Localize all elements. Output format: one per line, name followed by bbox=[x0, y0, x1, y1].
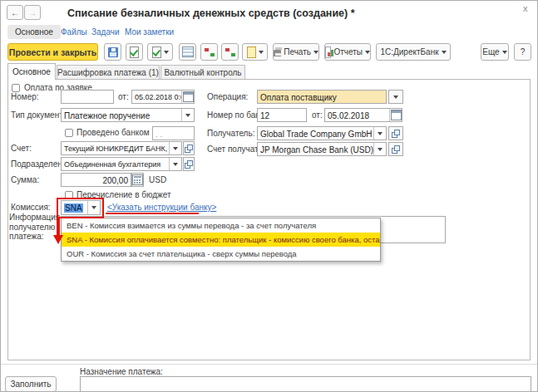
chevron-down-icon bbox=[378, 132, 383, 135]
back-button[interactable]: ← bbox=[7, 5, 23, 20]
tab-payment-details-label: Расшифровка платежа (1) bbox=[57, 68, 159, 77]
commission-label: Комиссия: bbox=[11, 203, 51, 212]
print-button[interactable]: Печать bbox=[273, 43, 319, 61]
payee-info-label: Информация получателю платежа: bbox=[9, 213, 59, 242]
reports-label: Отчеты bbox=[333, 47, 363, 56]
attached-files-button[interactable] bbox=[242, 43, 268, 61]
account-open-button[interactable] bbox=[183, 141, 195, 155]
attached-files-icon bbox=[247, 47, 256, 58]
document-register-icon bbox=[182, 47, 194, 57]
nav-link-files[interactable]: Файлы bbox=[61, 27, 87, 37]
report-icon bbox=[325, 47, 331, 58]
payee-account-select[interactable]: JP Morgan Chase Bank (USD) bbox=[257, 142, 387, 156]
chevron-down-icon bbox=[173, 147, 178, 150]
tab-currency-control-label: Валютный контроль bbox=[164, 68, 241, 77]
save-button[interactable] bbox=[104, 43, 121, 61]
payee-dropdown-button[interactable] bbox=[373, 127, 386, 140]
amount-input[interactable]: 200,00 bbox=[61, 173, 131, 187]
open-icon bbox=[392, 145, 400, 154]
directbank-button[interactable]: 1С:ДиректБанк bbox=[376, 43, 451, 61]
movements-button[interactable] bbox=[200, 43, 218, 61]
nav-tab-main-label: Основное bbox=[15, 27, 53, 37]
post-and-close-button[interactable]: Провести и закрыть bbox=[7, 43, 98, 61]
fill-button[interactable]: Заполнить bbox=[5, 376, 57, 392]
commission-dropdown-list: BEN - Комиссия взимается из суммы перево… bbox=[61, 218, 381, 262]
department-dropdown-button[interactable] bbox=[169, 158, 181, 170]
bank-posted-label: Проведено банком bbox=[77, 128, 150, 137]
payee-account-open-button[interactable] bbox=[388, 142, 403, 156]
nav-tab-main[interactable]: Основное bbox=[7, 25, 61, 39]
payee-open-button[interactable] bbox=[388, 126, 403, 140]
nav-link-tasks[interactable]: Задачи bbox=[91, 27, 120, 37]
payee-account-value: JP Morgan Chase Bank (USD) bbox=[258, 143, 373, 155]
calendar-button[interactable] bbox=[389, 109, 402, 121]
bank-date-from-label: от: bbox=[312, 110, 323, 120]
dt-kt-button[interactable] bbox=[221, 43, 239, 61]
back-icon: ← bbox=[11, 8, 19, 17]
dropdown-item-our[interactable]: OUR - Комиссия за счет плательщика - све… bbox=[62, 247, 380, 261]
payee-account-dropdown-button[interactable] bbox=[373, 143, 386, 155]
reports-button[interactable]: Отчеты bbox=[324, 43, 371, 61]
bank-posted-date-input[interactable]: . . bbox=[152, 126, 195, 140]
open-icon bbox=[392, 130, 400, 138]
dt-kt-icon bbox=[225, 47, 235, 57]
date-value: 05.02.2018 0:00:00 bbox=[132, 91, 181, 103]
dropdown-item-ben[interactable]: BEN - Комиссия взимается из суммы перево… bbox=[62, 218, 380, 233]
payee-select[interactable]: Global Trade Company GmbH bbox=[257, 126, 387, 140]
calendar-icon bbox=[183, 91, 194, 102]
doc-type-dropdown-button[interactable] bbox=[181, 109, 194, 121]
calculator-button[interactable] bbox=[131, 173, 144, 187]
account-value: Текущий ЮНИКРЕДИТ БАНК, Деловой bbox=[62, 142, 169, 154]
tab-main[interactable]: Основное bbox=[7, 63, 56, 80]
pay-on-request-checkbox[interactable] bbox=[12, 84, 20, 92]
calendar-button[interactable] bbox=[181, 91, 194, 103]
printer-icon bbox=[274, 50, 281, 56]
date-input[interactable]: 05.02.2018 0:00:00 bbox=[131, 90, 195, 104]
more-label: Еще bbox=[482, 47, 499, 56]
document-register-button[interactable] bbox=[179, 43, 196, 61]
account-dropdown-button[interactable] bbox=[169, 142, 181, 154]
tab-currency-control[interactable]: Валютный контроль bbox=[160, 65, 245, 80]
doc-type-select[interactable]: Платежное поручение bbox=[61, 108, 195, 122]
number-label: Номер: bbox=[11, 92, 39, 101]
nav-link-notes[interactable]: Мои заметки bbox=[125, 27, 174, 37]
chevron-down-icon bbox=[502, 51, 507, 54]
account-label: Счет: bbox=[11, 144, 32, 153]
post-and-close-label: Провести и закрыть bbox=[9, 47, 96, 57]
close-icon[interactable]: x bbox=[523, 3, 528, 13]
dropdown-item-sna[interactable]: SNA - Комиссия оплачивается совместно: п… bbox=[62, 233, 380, 247]
department-open-button[interactable] bbox=[183, 157, 195, 171]
footer-divider bbox=[1, 364, 537, 365]
department-select[interactable]: Объединенная бухгалтерия bbox=[61, 157, 182, 171]
post-icon bbox=[130, 47, 139, 58]
tab-payment-details[interactable]: Расшифровка платежа (1) bbox=[57, 65, 160, 80]
movements-icon bbox=[205, 47, 215, 57]
account-select[interactable]: Текущий ЮНИКРЕДИТ БАНК, Деловой bbox=[61, 141, 182, 155]
page-title: Списание безналичных денежных средств (с… bbox=[67, 7, 355, 19]
open-icon bbox=[185, 160, 193, 169]
bank-date-input[interactable]: 05.02.2018 bbox=[324, 108, 402, 122]
bank-date-value: 05.02.2018 bbox=[325, 109, 389, 121]
help-button[interactable]: ? bbox=[514, 43, 531, 61]
purpose-label: Назначение платежа: bbox=[80, 367, 163, 376]
bank-posted-checkbox[interactable] bbox=[65, 129, 73, 137]
bank-instructions-link[interactable]: <Указать инструкции банку> bbox=[107, 203, 216, 212]
tab-main-label: Основное bbox=[12, 67, 51, 76]
operation-input[interactable]: Оплата поставщику bbox=[257, 90, 387, 104]
fill-button-label: Заполнить bbox=[10, 380, 51, 389]
chevron-down-icon bbox=[185, 114, 190, 117]
bank-number-input[interactable]: 12 bbox=[257, 108, 307, 122]
purpose-input[interactable] bbox=[80, 376, 531, 392]
more-button[interactable]: Еще bbox=[481, 43, 509, 61]
post-button[interactable] bbox=[126, 43, 143, 61]
create-based-on-icon bbox=[152, 47, 161, 58]
number-input[interactable] bbox=[61, 90, 114, 104]
annotation-red-underline bbox=[106, 213, 199, 214]
forward-button[interactable]: → bbox=[24, 5, 41, 20]
chevron-down-icon bbox=[378, 148, 383, 151]
chevron-down-icon bbox=[393, 96, 398, 99]
open-icon bbox=[185, 145, 193, 153]
operation-dropdown-button[interactable] bbox=[388, 90, 403, 104]
save-icon bbox=[108, 47, 118, 57]
create-based-on-button[interactable] bbox=[147, 43, 173, 61]
